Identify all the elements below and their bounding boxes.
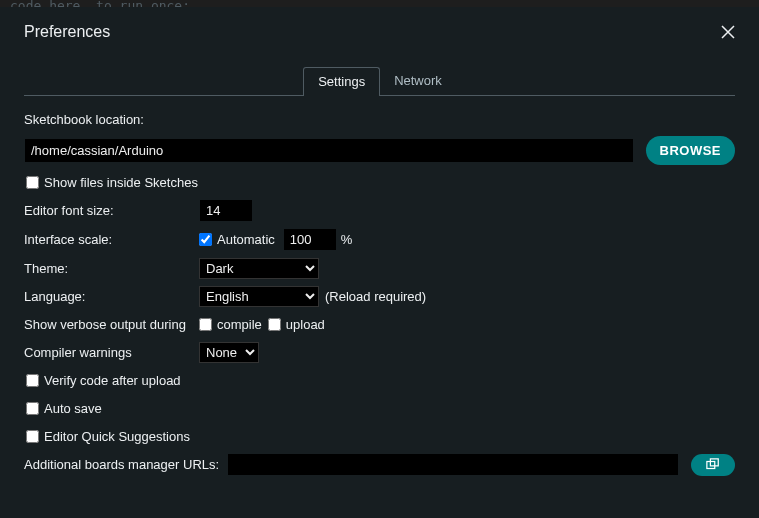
settings-form: Sketchbook location: BROWSE Show files i… — [24, 96, 735, 494]
interface-scale-label: Interface scale: — [24, 232, 199, 247]
auto-save-label: Auto save — [44, 401, 102, 416]
interface-scale-input[interactable] — [283, 228, 337, 251]
font-size-label: Editor font size: — [24, 203, 199, 218]
theme-select[interactable]: Dark — [199, 258, 319, 279]
show-files-label: Show files inside Sketches — [44, 175, 198, 190]
font-size-input[interactable] — [199, 199, 253, 222]
sketchbook-path-input[interactable] — [24, 138, 634, 163]
upload-label: upload — [286, 317, 325, 332]
quick-suggestions-label: Editor Quick Suggestions — [44, 429, 190, 444]
theme-label: Theme: — [24, 261, 199, 276]
language-select[interactable]: English — [199, 286, 319, 307]
reload-required-note: (Reload required) — [325, 289, 426, 304]
automatic-checkbox[interactable] — [199, 233, 212, 246]
boards-url-label: Additional boards manager URLs: — [24, 457, 219, 472]
quick-suggestions-checkbox[interactable] — [26, 430, 39, 443]
show-files-checkbox[interactable] — [26, 176, 39, 189]
preferences-dialog: Preferences Settings Network Sketchbook … — [0, 7, 759, 518]
upload-checkbox[interactable] — [268, 318, 281, 331]
compiler-warnings-select[interactable]: None — [199, 342, 259, 363]
dialog-title: Preferences — [24, 23, 110, 41]
automatic-label: Automatic — [217, 232, 275, 247]
compile-checkbox[interactable] — [199, 318, 212, 331]
browse-button[interactable]: BROWSE — [646, 136, 736, 165]
close-icon[interactable] — [721, 25, 735, 39]
verify-after-upload-checkbox[interactable] — [26, 374, 39, 387]
tab-network[interactable]: Network — [380, 67, 456, 95]
compile-label: compile — [217, 317, 262, 332]
compiler-warnings-label: Compiler warnings — [24, 345, 199, 360]
tab-settings[interactable]: Settings — [303, 67, 380, 96]
boards-url-expand-button[interactable] — [691, 454, 735, 476]
boards-url-input[interactable] — [227, 453, 679, 476]
language-label: Language: — [24, 289, 199, 304]
verbose-label: Show verbose output during — [24, 317, 199, 332]
sketchbook-label: Sketchbook location: — [24, 112, 199, 127]
window-icon — [706, 458, 720, 472]
auto-save-checkbox[interactable] — [26, 402, 39, 415]
percent-sign: % — [341, 232, 353, 247]
verify-after-upload-label: Verify code after upload — [44, 373, 181, 388]
tab-bar: Settings Network — [24, 67, 735, 96]
